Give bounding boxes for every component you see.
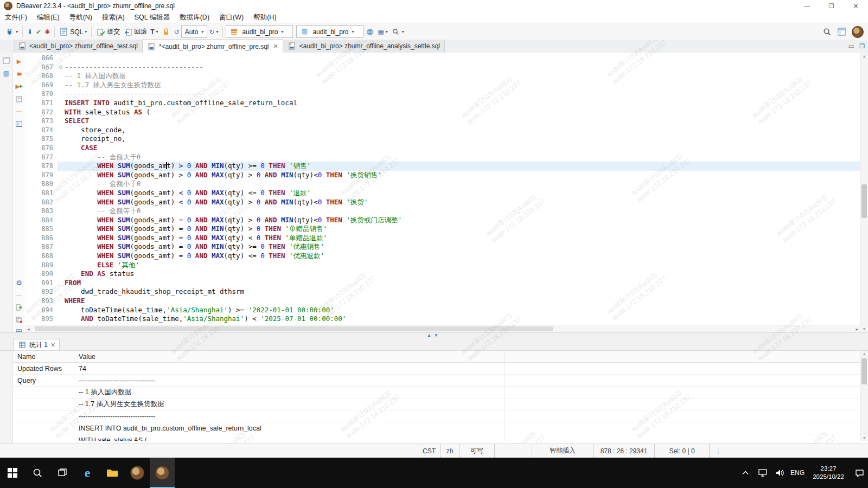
code-line[interactable]: 882 WHEN SUM(goods_amt) < 0 AND MAX(qty)… <box>25 198 860 207</box>
scroll-down-icon[interactable]: ▾ <box>860 435 868 440</box>
network-icon[interactable] <box>754 458 771 488</box>
restore-panel-icon[interactable] <box>2 56 11 65</box>
scrollbar-thumb[interactable] <box>861 184 867 218</box>
internet-explorer-button[interactable]: e <box>75 458 100 488</box>
code-line[interactable]: 885 WHEN SUM(goods_amt) = 0 AND MIN(qty)… <box>25 224 860 234</box>
scroll-up-icon[interactable]: ▴ <box>860 351 868 356</box>
code-line[interactable]: 866 <box>25 54 860 63</box>
dbeaver-logo-icon[interactable] <box>852 26 864 38</box>
editor-horizontal-scrollbar[interactable]: ◂ ▸ <box>25 325 860 333</box>
connection-selector[interactable]: audit_bi_pro ▾ <box>226 25 293 38</box>
menu-search[interactable]: 搜索(A) <box>97 12 130 23</box>
menu-database[interactable]: 数据库(D) <box>175 12 214 23</box>
taskbar-search-button[interactable] <box>25 458 50 488</box>
file-explorer-button[interactable] <box>100 458 125 488</box>
commit-mode-combo[interactable]: Auto ▾ <box>181 25 208 38</box>
new-connection-button[interactable]: ▾ <box>3 25 20 38</box>
table-row[interactable]: ---------------------------------- <box>13 410 860 422</box>
scrollbar-thumb[interactable] <box>35 326 553 331</box>
execute-statement-icon[interactable]: ▶ <box>15 57 23 66</box>
taskbar-clock[interactable]: 23:27 2025/10/22 <box>806 465 851 481</box>
minimize-view-icon[interactable]: ▭ <box>848 43 854 50</box>
apply-changes-button[interactable]: ✔ <box>34 25 43 38</box>
result-cell-value[interactable]: 74 <box>74 363 505 374</box>
task-view-button[interactable] <box>50 458 75 488</box>
result-cell-value[interactable]: -- 1.7 插入男生女生换货数据 <box>74 399 505 410</box>
code-line[interactable]: 880 -- 金额小于0 <box>25 179 860 189</box>
scroll-left-icon[interactable]: ◂ <box>27 325 30 333</box>
menu-file[interactable]: 文件(F) <box>0 12 32 23</box>
table-row[interactable]: WITH sale_status AS ( <box>13 434 860 441</box>
execute-new-tab-icon[interactable]: ▶✚ <box>15 82 23 91</box>
results-vertical-scrollbar[interactable]: ▴ ▾ <box>860 351 868 441</box>
result-cell-name[interactable] <box>13 387 74 398</box>
column-header-value[interactable]: Value <box>74 351 505 362</box>
explain-plan-icon[interactable] <box>15 94 23 103</box>
tab-zhumr-offline-pre[interactable]: *<audit_bi_pro> zhumr_offline_pre.sql ✕ <box>143 40 283 53</box>
table-row[interactable]: Query---------------------------------- <box>13 375 860 387</box>
fold-collapse-icon[interactable]: ⊖ <box>57 63 65 72</box>
restore-button[interactable]: ❐ <box>819 0 844 12</box>
perspective-icon[interactable] <box>837 27 846 36</box>
search-dropdown[interactable]: ▾ <box>390 25 406 38</box>
lock-button[interactable] <box>160 25 173 38</box>
table-row[interactable]: -- 1.7 插入男生女生换货数据 <box>13 399 860 410</box>
code-line[interactable]: 878 WHEN SUM(goods_amt) > 0 AND MIN(qty)… <box>25 162 860 171</box>
scrollbar-thumb[interactable] <box>861 358 867 384</box>
dbeaver-taskbar-button[interactable] <box>125 458 150 488</box>
menu-navigate[interactable]: 导航(N) <box>65 12 97 23</box>
menu-help[interactable]: 帮助(H) <box>248 12 281 23</box>
code-line[interactable]: 888 WHEN SUM(goods_amt) = 0 AND MAX(qty)… <box>25 252 860 261</box>
code-line[interactable]: 895 AND toDateTime(sale_time,'Asia/Shang… <box>25 314 860 324</box>
result-cell-name[interactable] <box>13 399 74 410</box>
result-cell-name[interactable] <box>13 422 74 434</box>
action-center-icon[interactable] <box>851 458 868 488</box>
result-cell-name[interactable]: Query <box>13 375 74 386</box>
globe-button[interactable] <box>363 25 376 38</box>
code-line[interactable]: 887 WHEN SUM(goods_amt) = 0 AND MIN(qty)… <box>25 242 860 252</box>
code-line[interactable]: 870---------------------------------- <box>25 89 860 99</box>
table-row[interactable]: INSERT INTO audit_bi_pro.custom_offline_… <box>13 422 860 434</box>
table-row[interactable]: -- 1 插入国内数据 <box>13 387 860 399</box>
scroll-down-icon[interactable]: ▾ <box>860 326 868 331</box>
code-line[interactable]: 872WITH sale_status AS ( <box>25 108 860 117</box>
splitter-collapse-icons[interactable]: ▲▼ <box>427 333 441 338</box>
menu-edit[interactable]: 编辑(E) <box>32 12 65 23</box>
refresh-dropdown[interactable]: ↻▾ <box>207 25 220 38</box>
code-line[interactable]: 890 END AS status <box>25 269 860 279</box>
execute-script-icon[interactable]: ▶▶ <box>15 69 23 78</box>
result-cell-value[interactable]: WITH sale_status AS ( <box>74 434 505 441</box>
export-result-icon[interactable] <box>15 303 23 312</box>
quick-search-icon[interactable] <box>822 27 832 36</box>
start-button[interactable] <box>0 458 25 488</box>
settings-gear-icon[interactable]: ⚙ <box>15 278 23 287</box>
minimize-button[interactable]: — <box>795 0 819 12</box>
rollback-button[interactable]: 回滚 <box>122 25 149 38</box>
scroll-up-icon[interactable]: ▴ <box>860 54 868 59</box>
code-line[interactable]: 883 -- 金额等于0 <box>25 207 860 216</box>
code-line[interactable]: 884 WHEN SUM(goods_amt) = 0 AND MAX(qty)… <box>25 216 860 225</box>
code-line[interactable]: 893WHERE <box>25 297 860 306</box>
result-cell-value[interactable]: INSERT INTO audit_bi_pro.custom_offline_… <box>74 422 505 434</box>
sql-code-editor[interactable]: 866867⊖---------------------------------… <box>25 53 860 326</box>
open-console-icon[interactable] <box>15 119 23 128</box>
transaction-mode-dropdown[interactable]: T ▾ <box>149 25 159 38</box>
code-line[interactable]: 886 WHEN SUM(goods_amt) = 0 AND MAX(qty)… <box>25 234 860 243</box>
volume-icon[interactable] <box>771 458 789 488</box>
more-actions-icon[interactable]: ⋯ <box>15 107 23 115</box>
menu-window[interactable]: 窗口(W) <box>214 12 248 23</box>
auto-refresh-button[interactable]: ↺ <box>173 25 181 38</box>
result-cell-name[interactable]: Updated Rows <box>13 363 74 374</box>
scroll-right-icon[interactable]: ▸ <box>856 325 858 333</box>
editor-vertical-scrollbar[interactable]: ▴ ▾ <box>860 53 868 332</box>
result-cell-value[interactable]: ---------------------------------- <box>74 375 505 386</box>
results-tab-close-icon[interactable]: ✕ <box>50 342 55 349</box>
code-line[interactable]: 875 receipt_no, <box>25 134 860 144</box>
database-selector[interactable]: audit_bi_pro ▾ <box>296 25 363 38</box>
copy-script-icon[interactable] <box>15 316 23 324</box>
menu-sql-editor[interactable]: SQL 编辑器 <box>130 12 175 23</box>
result-cell-name[interactable] <box>13 410 74 422</box>
code-line[interactable]: 868-- 1 插入国内数据 <box>25 72 860 81</box>
dbeaver-active-taskbar-button[interactable] <box>150 458 175 488</box>
table-row[interactable]: Updated Rows74 <box>13 363 860 375</box>
